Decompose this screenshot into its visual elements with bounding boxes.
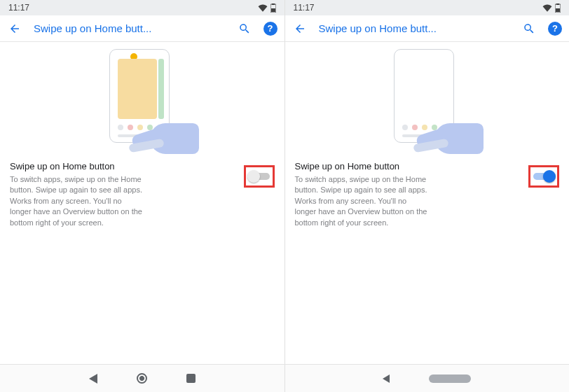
- page-title: Swipe up on Home butt...: [34, 22, 226, 34]
- page-title: Swipe up on Home butt...: [319, 22, 511, 34]
- svg-rect-5: [556, 8, 560, 12]
- system-navigation-bar: [0, 364, 569, 392]
- phone-right: 11:17 Swipe up on Home butt...: [284, 0, 570, 364]
- app-bar: Swipe up on Home butt... ?: [0, 15, 284, 42]
- nav-home-icon[interactable]: [137, 373, 147, 384]
- svg-rect-1: [272, 4, 275, 5]
- nav-back-icon[interactable]: [89, 374, 97, 384]
- status-bar: 11:17: [0, 0, 284, 15]
- nav-home-pill[interactable]: [429, 374, 471, 383]
- phone-left: 11:17 Swipe up on Home butt...: [0, 0, 284, 364]
- help-icon[interactable]: ?: [263, 22, 277, 36]
- wifi-icon: [258, 4, 268, 12]
- setting-description: To switch apps, swipe up on the Home but…: [10, 174, 143, 228]
- gesture-illustration-on: [374, 49, 479, 154]
- swipe-up-toggle[interactable]: [533, 172, 554, 181]
- svg-rect-4: [556, 4, 559, 5]
- app-bar: Swipe up on Home butt... ?: [285, 15, 570, 42]
- highlight-box: [528, 165, 559, 188]
- setting-title: Swipe up on Home button: [10, 161, 238, 172]
- setting-title: Swipe up on Home button: [295, 161, 523, 172]
- svg-rect-2: [271, 8, 275, 12]
- battery-icon: [555, 4, 561, 13]
- setting-description: To switch apps, swipe up on the Home but…: [295, 174, 428, 228]
- status-time: 11:17: [8, 3, 29, 13]
- status-bar: 11:17: [285, 0, 570, 15]
- battery-icon: [270, 4, 276, 13]
- gesture-illustration-off: [90, 49, 195, 154]
- back-arrow-icon[interactable]: [7, 21, 22, 36]
- highlight-box: [244, 165, 275, 188]
- search-icon[interactable]: [237, 21, 252, 36]
- search-icon[interactable]: [521, 21, 537, 36]
- nav-back-icon[interactable]: [383, 374, 390, 383]
- help-icon[interactable]: ?: [548, 22, 562, 36]
- status-time: 11:17: [294, 3, 315, 13]
- nav-overview-icon[interactable]: [186, 374, 196, 383]
- wifi-icon: [542, 4, 552, 12]
- swipe-up-toggle[interactable]: [249, 172, 270, 181]
- back-arrow-icon[interactable]: [292, 21, 308, 36]
